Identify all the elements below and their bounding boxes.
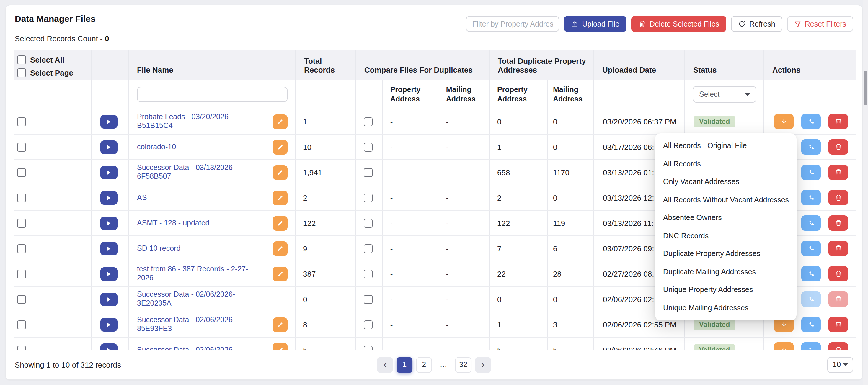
edit-button[interactable]	[273, 241, 287, 256]
file-name-filter-input[interactable]	[137, 87, 287, 102]
select-page-checkbox[interactable]	[17, 68, 26, 77]
compare-checkbox[interactable]	[364, 295, 373, 303]
edit-button[interactable]	[273, 114, 287, 129]
phone-button[interactable]	[801, 266, 821, 282]
pagination-prev-button[interactable]: ‹	[377, 357, 393, 373]
expand-row-button[interactable]	[100, 216, 118, 230]
row-checkbox[interactable]	[17, 320, 26, 329]
row-checkbox[interactable]	[17, 244, 26, 253]
phone-button[interactable]	[801, 291, 821, 307]
file-name-link[interactable]: Successor Data - 03/13/2026-6F58B507	[137, 163, 255, 181]
scrollbar[interactable]	[863, 0, 868, 385]
expand-row-button[interactable]	[100, 140, 118, 154]
page-size-select[interactable]: 10	[827, 357, 853, 373]
expand-row-button[interactable]	[100, 318, 118, 331]
row-checkbox[interactable]	[17, 193, 26, 202]
compare-mailing-cell: -	[438, 211, 489, 235]
compare-checkbox[interactable]	[364, 142, 373, 151]
compare-checkbox[interactable]	[364, 269, 373, 278]
reset-filters-button[interactable]: Reset Filters	[787, 16, 853, 32]
pagination-page-32[interactable]: 32	[455, 357, 471, 373]
row-checkbox[interactable]	[17, 168, 26, 177]
expand-icon	[107, 322, 111, 327]
refresh-label: Refresh	[749, 20, 775, 28]
file-name-link[interactable]: SD 10 record	[137, 244, 255, 253]
file-name-link[interactable]: AS	[137, 193, 255, 202]
download-option[interactable]: Duplicate Mailing Addresses	[655, 263, 797, 281]
expand-row-button[interactable]	[100, 165, 118, 179]
delete-row-button[interactable]	[829, 317, 848, 332]
compare-checkbox[interactable]	[364, 117, 373, 126]
edit-button[interactable]	[273, 190, 287, 205]
phone-button[interactable]	[801, 165, 821, 180]
file-name-link[interactable]: Successor Data - 02/06/2026-3E20235A	[137, 290, 255, 308]
status-filter-select[interactable]: Select	[693, 86, 756, 103]
pagination-page-1[interactable]: 1	[397, 357, 412, 373]
pagination-ellipsis[interactable]: …	[435, 357, 452, 373]
property-address-filter-input[interactable]	[466, 16, 559, 32]
compare-checkbox[interactable]	[364, 193, 373, 202]
phone-button[interactable]	[801, 190, 821, 205]
compare-property-cell: -	[382, 109, 438, 134]
file-name-link[interactable]: ASMT - 128 - updated	[137, 219, 255, 227]
edit-button[interactable]	[273, 216, 287, 230]
delete-row-button[interactable]	[829, 266, 848, 282]
delete-row-button[interactable]	[829, 215, 848, 231]
phone-button[interactable]	[801, 241, 821, 256]
row-checkbox[interactable]	[17, 219, 26, 227]
edit-button[interactable]	[273, 317, 287, 332]
row-checkbox[interactable]	[17, 117, 26, 126]
pagination-next-button[interactable]: ›	[475, 357, 491, 373]
delete-row-button[interactable]	[829, 165, 848, 180]
refresh-button[interactable]: Refresh	[731, 16, 782, 32]
download-option[interactable]: Unique Property Addresses	[655, 281, 797, 299]
download-option[interactable]: Duplicate Property Addresses	[655, 245, 797, 263]
download-option[interactable]: DNC Records	[655, 227, 797, 245]
phone-button[interactable]	[801, 114, 821, 129]
file-name-link[interactable]: Successor Data - 02/06/2026-85E93FE3	[137, 316, 255, 333]
delete-row-button[interactable]	[829, 114, 848, 129]
download-option[interactable]: All Records Without Vacant Addresses	[655, 191, 797, 209]
dup-property-cell: 0	[490, 109, 548, 134]
expand-row-button[interactable]	[100, 267, 118, 281]
delete-selected-files-button[interactable]: Delete Selected Files	[631, 16, 726, 32]
file-name-link[interactable]: test from 86 - 387 Records - 2-27-2026	[137, 265, 255, 283]
upload-file-button[interactable]: Upload File	[564, 16, 626, 32]
select-all-checkbox[interactable]	[17, 56, 26, 64]
compare-checkbox[interactable]	[364, 320, 373, 329]
row-checkbox[interactable]	[17, 142, 26, 151]
compare-checkbox[interactable]	[364, 168, 373, 177]
file-name-link[interactable]: Probate Leads - 03/20/2026-B51B15C4	[137, 113, 255, 130]
file-name-link[interactable]: colorado-10	[137, 142, 255, 151]
expand-row-button[interactable]	[100, 242, 118, 255]
phone-button[interactable]	[801, 139, 821, 155]
delete-row-button[interactable]	[829, 241, 848, 256]
download-option[interactable]: Absentee Owners	[655, 209, 797, 227]
download-option[interactable]: Unique Mailing Addresses	[655, 299, 797, 317]
compare-checkbox[interactable]	[364, 219, 373, 227]
edit-button[interactable]	[273, 266, 287, 281]
scrollbar-thumb[interactable]	[864, 71, 867, 105]
download-button[interactable]	[774, 114, 794, 129]
pagination-page-2[interactable]: 2	[416, 357, 432, 373]
dup-property-cell: 22	[490, 261, 548, 286]
header-left: Data Manager Files Selected Records Coun…	[15, 13, 109, 50]
expand-row-button[interactable]	[100, 191, 118, 204]
compare-checkbox[interactable]	[364, 244, 373, 253]
compare-property-cell: -	[382, 236, 438, 261]
download-option[interactable]: All Records	[655, 155, 797, 173]
expand-row-button[interactable]	[100, 292, 118, 306]
delete-row-button[interactable]	[829, 190, 848, 205]
download-option[interactable]: Only Vacant Addresses	[655, 173, 797, 191]
delete-row-button[interactable]	[829, 291, 848, 307]
edit-icon	[277, 270, 284, 277]
row-checkbox[interactable]	[17, 269, 26, 278]
phone-button[interactable]	[801, 317, 821, 332]
delete-row-button[interactable]	[829, 139, 848, 155]
edit-button[interactable]	[273, 165, 287, 180]
phone-button[interactable]	[801, 215, 821, 231]
expand-row-button[interactable]	[100, 115, 118, 128]
edit-button[interactable]	[273, 139, 287, 154]
download-option[interactable]: All Records - Original File	[655, 137, 797, 155]
row-checkbox[interactable]	[17, 295, 26, 303]
